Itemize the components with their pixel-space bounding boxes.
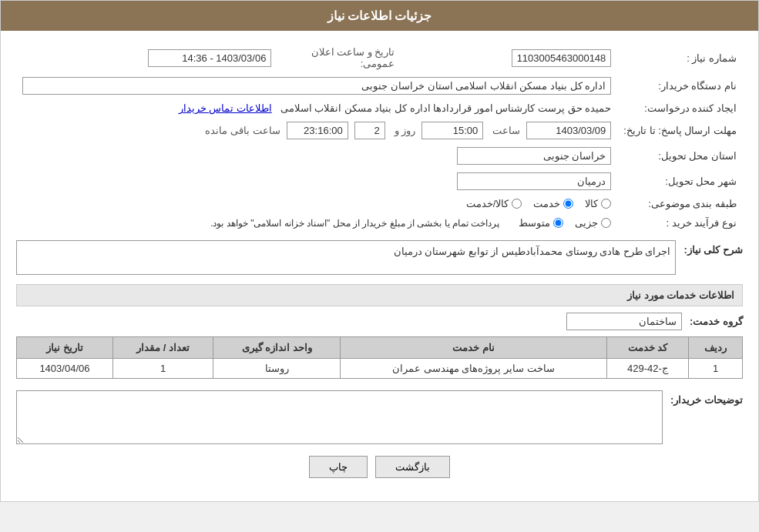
org-name-row: نام دستگاه خریدار: اداره کل بنیاد مسکن ا…: [16, 73, 743, 99]
category-khedmat[interactable]: خدمت: [533, 198, 573, 209]
category-kala-radio[interactable]: [601, 199, 611, 209]
services-section-title: اطلاعات خدمات مورد نیاز: [16, 284, 743, 306]
category-kala-khedmat-label: کالا/خدمت: [466, 198, 509, 209]
category-radio-group: کالا خدمت کالا/خدمت: [22, 198, 611, 209]
creator-text: حمیده حق پرست کارشناس امور قراردادها ادا…: [280, 102, 612, 114]
announce-value: 1403/03/06 - 14:36: [16, 42, 277, 73]
category-row: طبقه بندی موضوعی: کالا خدمت کالا/خدمت: [16, 194, 743, 213]
cell-date: 1403/04/06: [17, 359, 113, 379]
page-header: جزئیات اطلاعات نیاز: [1, 1, 758, 31]
reply-time-box: 15:00: [421, 122, 483, 139]
creator-label: ایجاد کننده درخواست:: [617, 99, 743, 118]
buyer-desc-label: توضیحات خریدار:: [670, 390, 743, 406]
services-header-row: ردیف کد خدمت نام خدمت واحد اندازه گیری ت…: [17, 337, 743, 359]
col-qty: تعداد / مقدار: [113, 337, 213, 359]
reply-day-label: روز و: [395, 125, 416, 136]
reply-deadline-value: 1403/03/09 ساعت 15:00 روز و 2 23:16:00 س…: [16, 118, 617, 143]
purchase-type-label: نوع فرآیند خرید :: [617, 213, 743, 233]
cell-code: ج-42-429: [606, 359, 688, 379]
org-name-value: اداره کل بنیاد مسکن انقلاب اسلامی استان …: [16, 73, 617, 99]
service-group-box: ساختمان: [566, 313, 682, 330]
reply-deadline-row: مهلت ارسال پاسخ: تا تاریخ: 1403/03/09 سا…: [16, 118, 743, 143]
table-row: 1ج-42-429ساخت سایر پروژه‌های مهندسی عمرا…: [17, 359, 743, 379]
services-table: ردیف کد خدمت نام خدمت واحد اندازه گیری ت…: [16, 336, 743, 379]
services-table-head: ردیف کد خدمت نام خدمت واحد اندازه گیری ت…: [17, 337, 743, 359]
col-code: کد خدمت: [606, 337, 688, 359]
need-description-label: شرح کلی نیاز:: [683, 240, 743, 256]
creator-value: حمیده حق پرست کارشناس امور قراردادها ادا…: [16, 99, 617, 118]
category-khedmat-radio[interactable]: [563, 199, 573, 209]
purchase-radio-group: جزیی متوسط پرداخت تمام یا بخشی از مبلغ خ…: [22, 217, 611, 229]
services-table-body: 1ج-42-429ساخت سایر پروژه‌های مهندسی عمرا…: [17, 359, 743, 379]
need-description-value: اجرای طرح هادی روستای محمدآبادطیس از توا…: [394, 246, 671, 257]
page-title: جزئیات اطلاعات نیاز: [327, 9, 432, 22]
back-button[interactable]: بازگشت: [375, 456, 450, 478]
buyer-desc-textarea[interactable]: [16, 390, 663, 444]
reply-day-box: 2: [354, 122, 385, 139]
city-box: درمیان: [457, 172, 611, 190]
creator-link[interactable]: اطلاعات تماس خریدار: [179, 102, 272, 114]
category-label: طبقه بندی موضوعی:: [617, 194, 743, 213]
page-wrapper: جزئیات اطلاعات نیاز شماره نیاز : 1103005…: [0, 0, 759, 502]
col-row: ردیف: [689, 337, 743, 359]
reply-remaining-label: ساعت باقی مانده: [205, 125, 280, 136]
announce-box: 1403/03/06 - 14:36: [148, 49, 271, 67]
button-row: بازگشت چاپ: [16, 456, 743, 478]
cell-unit: روستا: [213, 359, 341, 379]
need-number-box: 1103005463000148: [512, 49, 612, 67]
reply-remaining-box: 23:16:00: [287, 122, 348, 139]
reply-deadline-label: مهلت ارسال پاسخ: تا تاریخ:: [617, 118, 743, 143]
need-number-row: شماره نیاز : 1103005463000148 تاریخ و سا…: [16, 42, 743, 73]
purchase-type-value: جزیی متوسط پرداخت تمام یا بخشی از مبلغ خ…: [16, 213, 617, 233]
reply-deadline-flex: 1403/03/09 ساعت 15:00 روز و 2 23:16:00 س…: [22, 122, 611, 139]
cell-row: 1: [689, 359, 743, 379]
category-kala-khedmat[interactable]: کالا/خدمت: [466, 198, 522, 209]
purchase-motevaset[interactable]: متوسط: [519, 217, 563, 229]
print-button[interactable]: چاپ: [309, 456, 368, 478]
purchase-note: پرداخت تمام یا بخشی از مبلغ خریدار از مح…: [210, 218, 499, 229]
reply-date-box: 1403/03/09: [526, 122, 611, 139]
service-group-label: گروه خدمت:: [690, 316, 743, 327]
purchase-motevaset-radio[interactable]: [553, 218, 563, 228]
creator-row: ایجاد کننده درخواست: حمیده حق پرست کارشن…: [16, 99, 743, 118]
announce-label: تاریخ و ساعت اعلان عمومی:: [277, 42, 401, 73]
province-box: خراسان جنوبی: [457, 147, 611, 165]
category-value: کالا خدمت کالا/خدمت: [16, 194, 617, 213]
city-label: شهر محل تحویل:: [617, 169, 743, 194]
purchase-type-row: نوع فرآیند خرید : جزیی متوسط پرداخت تمام…: [16, 213, 743, 233]
main-content: شماره نیاز : 1103005463000148 تاریخ و سا…: [1, 31, 758, 501]
org-name-box: اداره کل بنیاد مسکن انقلاب اسلامی استان …: [22, 77, 611, 95]
category-kala-label: کالا: [585, 198, 598, 209]
category-kala[interactable]: کالا: [585, 198, 611, 209]
category-khedmat-label: خدمت: [533, 198, 560, 209]
cell-quantity: 1: [113, 359, 213, 379]
col-name: نام خدمت: [340, 337, 606, 359]
reply-time-label: ساعت: [492, 125, 520, 136]
purchase-motevaset-label: متوسط: [519, 217, 550, 229]
org-name-label: نام دستگاه خریدار:: [617, 73, 743, 99]
cell-name: ساخت سایر پروژه‌های مهندسی عمران: [340, 359, 606, 379]
province-row: استان محل تحویل: خراسان جنوبی: [16, 143, 743, 169]
need-number-value: 1103005463000148: [401, 42, 617, 73]
need-number-label: شماره نیاز :: [617, 42, 743, 73]
category-kala-khedmat-radio[interactable]: [512, 199, 522, 209]
province-value: خراسان جنوبی: [16, 143, 617, 169]
need-description-section: شرح کلی نیاز: اجرای طرح هادی روستای محمد…: [16, 240, 743, 275]
services-section-label: اطلاعات خدمات مورد نیاز: [627, 289, 734, 301]
need-description-box: اجرای طرح هادی روستای محمدآبادطیس از توا…: [16, 240, 676, 275]
purchase-joz-radio[interactable]: [601, 218, 611, 228]
city-row: شهر محل تحویل: درمیان: [16, 169, 743, 194]
province-label: استان محل تحویل:: [617, 143, 743, 169]
purchase-joz[interactable]: جزیی: [575, 217, 611, 229]
col-date: تاریخ نیاز: [17, 337, 113, 359]
info-table: شماره نیاز : 1103005463000148 تاریخ و سا…: [16, 42, 743, 233]
buyer-desc-section: توضیحات خریدار:: [16, 390, 743, 444]
city-value: درمیان: [16, 169, 617, 194]
purchase-joz-label: جزیی: [575, 217, 598, 229]
need-description-wrapper: اجرای طرح هادی روستای محمدآبادطیس از توا…: [16, 240, 676, 275]
service-group-row: گروه خدمت: ساختمان: [16, 313, 743, 330]
col-unit: واحد اندازه گیری: [213, 337, 341, 359]
